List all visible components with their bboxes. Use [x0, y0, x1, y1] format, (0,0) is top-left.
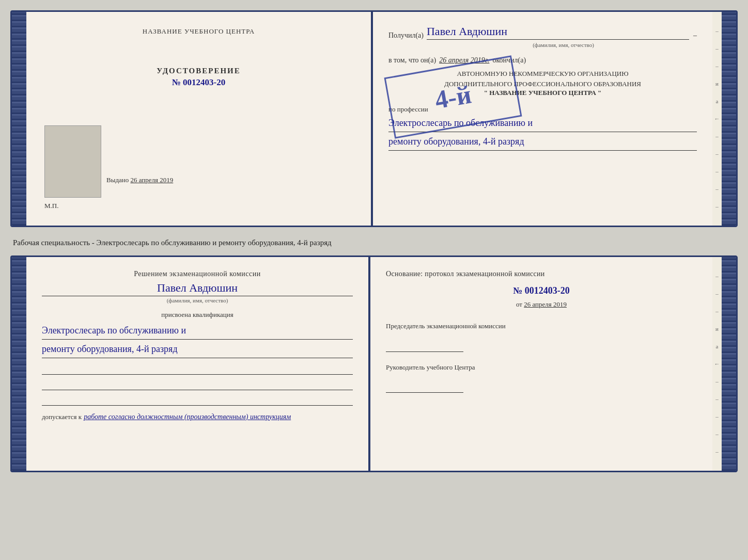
professiya-line2: ремонту оборудования, 4-й разряд — [388, 134, 697, 151]
document-top: НАЗВАНИЕ УЧЕБНОГО ЦЕНТРА УДОСТОВЕРЕНИЕ №… — [10, 10, 738, 227]
page-container: НАЗВАНИЕ УЧЕБНОГО ЦЕНТРА УДОСТОВЕРЕНИЕ №… — [10, 10, 738, 472]
document-bottom: Решением экзаменационной комиссии Павел … — [10, 255, 738, 472]
empty-line-3 — [42, 394, 353, 406]
vtom-date: 26 апреля 2019г. — [439, 56, 489, 65]
deco-dash-7: – — [713, 133, 721, 139]
bottom-name: Павел Авдюшин — [42, 281, 353, 296]
deco-dash-8: – — [713, 151, 721, 157]
page-bottom-left: Решением экзаменационной комиссии Павел … — [26, 257, 368, 471]
deco-dash-2: – — [713, 45, 721, 52]
kvalif-line2: ремонту оборудования, 4-й разряд — [42, 342, 353, 358]
chairman-signature-line — [386, 342, 463, 352]
dash-after-name: – — [693, 31, 697, 40]
fio-sub-bottom: (фамилия, имя, отчество) — [42, 297, 353, 303]
empty-line-1 — [42, 363, 353, 375]
page-top-right: 4-й Получил(а) Павел Авдюшин – (фамилия,… — [373, 12, 712, 226]
okonchil-label: окончил(а) — [492, 56, 526, 65]
org-line1: АВТОНОМНУЮ НЕКОММЕРЧЕСКУЮ ОРГАНИЗАЦИЮ — [388, 69, 697, 79]
training-center-label-top: НАЗВАНИЕ УЧЕБНОГО ЦЕНТРА — [44, 27, 353, 36]
spine-left — [12, 12, 26, 226]
deco-b-dash-5: а — [713, 343, 721, 349]
deco-dash-6: ← — [713, 116, 721, 122]
org-line2: ДОПОЛНИТЕЛЬНОГО ПРОФЕССИОНАЛЬНОГО ОБРАЗО… — [388, 79, 697, 89]
spine-bottom-left — [12, 257, 26, 471]
deco-dash-4: и — [713, 81, 721, 87]
chairman-label: Председатель экзаменационной комиссии — [386, 321, 697, 331]
empty-line-2 — [42, 379, 353, 390]
deco-b-dash-9: – — [713, 413, 721, 420]
spine-bottom-right — [722, 257, 736, 471]
osnovanie-title: Основание: протокол экзаменационной коми… — [386, 270, 697, 278]
deco-dash-10: – — [713, 186, 721, 192]
deco-dash-11: – — [713, 203, 721, 210]
poluchil-line: Получил(а) Павел Авдюшин – — [388, 25, 697, 40]
vydano-label: Выдано — [106, 176, 129, 184]
professiya-line1: Электрослесарь по обслуживанию и — [388, 116, 697, 132]
deco-b-dash-6: ← — [713, 361, 721, 367]
fio-subtitle-top: (фамилия, имя, отчество) — [430, 42, 697, 48]
vtom-label: в том, что он(а) — [388, 56, 436, 65]
kvalif-line1: Электрослесарь по обслуживанию и — [42, 323, 353, 340]
deco-dash-9: – — [713, 168, 721, 174]
deco-b-dash-7: – — [713, 378, 721, 385]
deco-b-dash-8: – — [713, 396, 721, 402]
right-edge-deco-bottom: – – – и а ← – – – – – — [712, 257, 722, 471]
udostoverenie-title: УДОСТОВЕРЕНИЕ — [44, 67, 353, 75]
photo-placeholder — [44, 125, 101, 198]
resheniem-title: Решением экзаменационной комиссии — [42, 270, 353, 278]
vydano-block: Выдано 26 апреля 2019 — [106, 176, 173, 184]
deco-dash-5: а — [713, 98, 721, 104]
vydano-date: 26 апреля 2019 — [131, 176, 174, 184]
chairman-block: Председатель экзаменационной комиссии — [386, 321, 697, 352]
dopusk-value: работе согласно должностным (производств… — [84, 413, 291, 421]
deco-b-dash-1: – — [713, 273, 721, 279]
ot-label: от — [516, 300, 522, 308]
prisvoena-label: присвоена квалификация — [42, 311, 353, 319]
udostoverenie-number: № 0012403-20 — [44, 77, 353, 88]
poluchil-label: Получил(а) — [388, 31, 424, 40]
ot-date-value: 26 апреля 2019 — [524, 300, 567, 308]
rukovod-signature-line — [386, 382, 463, 393]
mp-label: М.П. — [44, 202, 58, 210]
deco-b-dash-11: – — [713, 449, 721, 455]
po-professii-label: по профессии — [388, 105, 697, 114]
page-bottom-right: Основание: протокол экзаменационной коми… — [370, 257, 712, 471]
deco-b-dash-3: – — [713, 308, 721, 314]
spine-right — [722, 12, 736, 226]
ot-date-line: от 26 апреля 2019 — [386, 300, 697, 309]
poluchil-name: Павел Авдюшин — [427, 25, 689, 40]
deco-dash-1: – — [713, 28, 721, 34]
dopuskaetsya-block: допускается к работе согласно должностны… — [42, 413, 353, 421]
vtom-line: в том, что он(а) 26 апреля 2019г. окончи… — [388, 56, 697, 65]
deco-b-dash-10: – — [713, 431, 721, 437]
org-name-line: " НАЗВАНИЕ УЧЕБНОГО ЦЕНТРА " — [388, 89, 697, 97]
org-block: АВТОНОМНУЮ НЕКОММЕРЧЕСКУЮ ОРГАНИЗАЦИЮ ДО… — [388, 69, 697, 97]
empty-lines — [42, 363, 353, 406]
deco-b-dash-2: – — [713, 291, 721, 297]
udostoverenie-block: УДОСТОВЕРЕНИЕ № 0012403-20 — [44, 67, 353, 88]
rukovod-label: Руководитель учебного Центра — [386, 362, 697, 373]
right-edge-deco-top: – – – и а ← – – – – – — [712, 12, 722, 226]
deco-dash-3: – — [713, 63, 721, 69]
page-top-left: НАЗВАНИЕ УЧЕБНОГО ЦЕНТРА УДОСТОВЕРЕНИЕ №… — [26, 12, 371, 226]
deco-b-dash-4: и — [713, 326, 721, 332]
middle-text: Рабочая специальность - Электрослесарь п… — [10, 233, 738, 249]
dopusk-label: допускается к — [42, 413, 82, 421]
protocol-number: № 0012403-20 — [386, 285, 697, 296]
